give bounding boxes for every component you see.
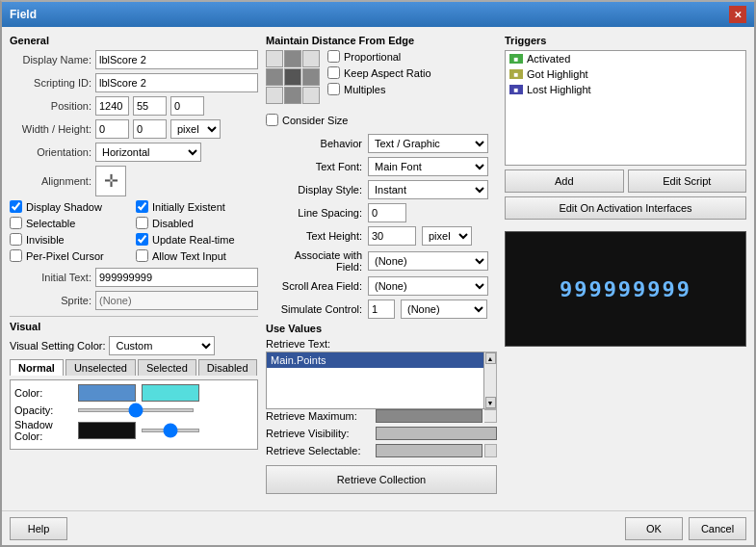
initial-text-input[interactable] (95, 268, 258, 287)
trigger-got-highlight-label[interactable]: Got Highlight (527, 68, 588, 80)
help-button[interactable]: Help (10, 517, 67, 540)
color-swatch-blue[interactable] (78, 384, 136, 402)
opacity-row: Opacity: (14, 404, 253, 416)
display-name-row: Display Name: (10, 50, 258, 69)
edit-activation-button[interactable]: Edit On Activation Interfaces (505, 196, 746, 220)
consider-size-label: Consider Size (282, 115, 348, 126)
orientation-row: Orientation: Horizontal (10, 143, 258, 162)
scrollbar-down-arrow[interactable]: ▼ (485, 397, 496, 408)
visual-section: Visual Visual Setting Color: Custom Norm… (10, 316, 258, 450)
alignment-row: Alignment: ✛ (10, 166, 258, 196)
retrieve-selectable-label: Retrieve Selectable: (266, 445, 372, 456)
position-z-input[interactable] (170, 96, 204, 116)
scrollbar-up-arrow[interactable]: ▲ (485, 352, 496, 364)
edit-script-button[interactable]: Edit Script (628, 169, 747, 193)
disabled-row: Disabled (136, 217, 258, 229)
retrieve-collection-button[interactable]: Retrieve Collection (266, 465, 497, 494)
add-trigger-button[interactable]: Add (505, 169, 624, 193)
text-font-select[interactable]: Main Font (368, 157, 488, 176)
use-values-item-main-points[interactable]: Main.Points (267, 352, 483, 368)
retrieve-maximum-scroll[interactable] (484, 409, 497, 423)
tab-selected[interactable]: Selected (138, 359, 196, 376)
multiples-checkbox[interactable] (327, 83, 340, 95)
visual-tabs: Normal Unselected Selected Disabled (10, 359, 258, 376)
shadow-color-row: Shadow Color: (14, 419, 253, 442)
update-realtime-checkbox[interactable] (136, 233, 148, 246)
initially-existent-checkbox[interactable] (136, 200, 148, 213)
allow-text-input-row: Allow Text Input (136, 249, 258, 262)
tab-disabled[interactable]: Disabled (198, 359, 257, 376)
keep-aspect-checkbox[interactable] (327, 66, 340, 79)
retrieve-maximum-bar-wrapper (376, 409, 497, 423)
disabled-checkbox[interactable] (136, 217, 148, 229)
display-shadow-checkbox[interactable] (10, 200, 22, 213)
per-pixel-cursor-checkbox[interactable] (10, 249, 22, 262)
sprite-input[interactable] (95, 291, 258, 310)
allow-text-input-checkbox[interactable] (136, 249, 148, 262)
invisible-checkbox[interactable] (10, 233, 22, 246)
trigger-activated-label[interactable]: Activated (527, 53, 570, 65)
trigger-activated-icon: ■ (509, 54, 523, 64)
scripting-id-row: Scripting ID: (10, 73, 258, 92)
width-height-row: Width / Height: pixel (10, 119, 258, 139)
grid-cell-4 (284, 68, 301, 86)
behavior-select[interactable]: Text / Graphic (368, 134, 488, 153)
cancel-button[interactable]: Cancel (689, 517, 746, 540)
alignment-icon: ✛ (104, 170, 118, 192)
height-input[interactable] (133, 119, 167, 139)
selectable-row: Selectable (10, 217, 132, 229)
display-name-input[interactable] (95, 50, 258, 69)
width-input[interactable] (95, 119, 129, 139)
triggers-buttons: Add Edit Script (505, 169, 746, 193)
proportional-checkbox[interactable] (327, 50, 340, 63)
consider-size-checkbox[interactable] (266, 114, 278, 126)
tab-normal[interactable]: Normal (10, 359, 64, 376)
text-height-input[interactable] (368, 226, 416, 246)
middle-panel: Maintain Distance From Edge (266, 35, 497, 503)
maintain-section: Maintain Distance From Edge (266, 35, 497, 126)
scripting-id-input[interactable] (95, 73, 258, 92)
selectable-checkbox[interactable] (10, 217, 22, 229)
associate-field-label: Associate with Field: (266, 249, 362, 273)
text-height-unit-select[interactable]: pixel (422, 226, 472, 246)
retrieve-selectable-bar (376, 444, 482, 457)
line-spacing-label: Line Spacing: (266, 207, 362, 219)
ok-button[interactable]: OK (625, 517, 683, 540)
retrieve-selectable-check (484, 444, 497, 457)
trigger-lost-highlight-label[interactable]: Lost Highlight (527, 84, 591, 95)
simulate-control-input[interactable] (368, 300, 395, 319)
shadow-opacity-slider[interactable] (142, 429, 199, 432)
grid-cell-1 (284, 50, 301, 67)
alignment-label: Alignment: (10, 175, 91, 187)
pixel-select[interactable]: pixel (170, 119, 221, 139)
trigger-lost-highlight-icon: ■ (509, 85, 523, 94)
multiples-label: Multiples (344, 84, 385, 95)
update-realtime-label: Update Real-time (152, 234, 235, 246)
invisible-label: Invisible (26, 234, 65, 246)
use-values-section: Use Values Retrieve Text: Main.Points ▲ … (266, 323, 497, 494)
orientation-select[interactable]: Horizontal (95, 143, 201, 162)
right-panel: Triggers ■ Activated ■ Got Highlight ■ L… (505, 35, 746, 503)
simulate-control-type-select[interactable]: (None) (401, 300, 487, 319)
line-spacing-input[interactable] (368, 203, 406, 222)
proportional-label: Proportional (344, 51, 401, 63)
visual-setting-select[interactable]: Custom (109, 336, 215, 355)
grid-cell-3 (266, 68, 283, 86)
scripting-id-label: Scripting ID: (10, 77, 91, 89)
position-x-input[interactable] (95, 96, 129, 116)
opacity-slider[interactable] (78, 408, 194, 412)
color-swatch-cyan[interactable] (142, 384, 199, 402)
shadow-color-label: Shadow Color: (14, 419, 72, 442)
alignment-button[interactable]: ✛ (95, 166, 126, 196)
display-style-select[interactable]: Instant (368, 180, 488, 199)
behavior-section: Behavior Text / Graphic Text Font: Main … (266, 134, 497, 319)
scroll-area-select[interactable]: (None) (368, 276, 488, 296)
shadow-color-swatch[interactable] (78, 422, 136, 439)
retrieve-visibility-bar (376, 427, 497, 440)
associate-field-select[interactable]: (None) (368, 251, 488, 271)
close-button[interactable]: ✕ (729, 6, 746, 23)
initially-existent-row: Initially Existent (136, 200, 258, 213)
color-label: Color: (14, 387, 72, 399)
position-y-input[interactable] (133, 96, 167, 116)
tab-unselected[interactable]: Unselected (65, 359, 136, 376)
